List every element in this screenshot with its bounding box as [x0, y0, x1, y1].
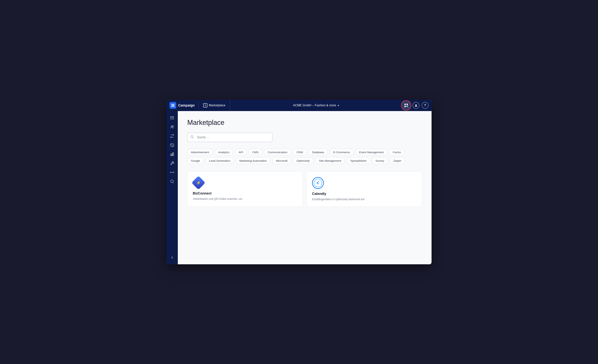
sidebar-item-search[interactable]: [168, 178, 176, 185]
filter-tag-survey[interactable]: Survey: [372, 157, 388, 164]
sidebar-item-contacts[interactable]: [168, 123, 176, 131]
search-icon: [190, 135, 194, 140]
calendly-icon: C: [317, 181, 319, 185]
cards-grid: ⚡ BizConnect Visitenkarten und QR-Codes …: [187, 172, 422, 207]
filter-tag-analytics[interactable]: Analytics: [215, 149, 233, 155]
filter-tag-lead-generation[interactable]: Lead Generation: [206, 157, 234, 164]
navbar-company: ACME GmbH – Fashion & more ▾: [230, 104, 402, 107]
sidebar-item-mail[interactable]: [168, 114, 176, 122]
sidebar: [166, 111, 178, 264]
svg-rect-15: [172, 153, 173, 156]
chevron-down-icon: ▾: [338, 104, 339, 107]
svg-point-18: [172, 172, 173, 173]
search-container: [187, 133, 273, 142]
svg-line-23: [193, 138, 193, 138]
sidebar-expand-button[interactable]: [168, 254, 176, 261]
filter-tag-cms[interactable]: CMS: [249, 149, 262, 155]
question-mark-icon: ?: [424, 104, 426, 107]
svg-line-21: [173, 182, 174, 183]
filter-tag-microsoft[interactable]: Microsoft: [272, 157, 291, 164]
filter-tag-crm[interactable]: CRM: [293, 149, 307, 155]
filter-tag-optimizely[interactable]: Optimizely: [293, 157, 313, 164]
main-layout: Marketplace Advertisement Analytics API …: [166, 111, 432, 264]
navbar-right: ?: [402, 101, 429, 110]
svg-rect-14: [171, 154, 171, 156]
svg-point-22: [191, 136, 193, 138]
svg-rect-1: [407, 104, 408, 105]
search-input[interactable]: [187, 133, 273, 142]
filter-tag-spreadsheet[interactable]: Spreadsheet: [347, 157, 370, 164]
svg-rect-2: [405, 106, 406, 107]
filter-tag-marketing-automation[interactable]: Marketing Automation: [236, 157, 270, 164]
svg-point-10: [171, 126, 172, 127]
svg-rect-4: [407, 106, 408, 107]
content-area: Marketplace Advertisement Analytics API …: [178, 111, 432, 264]
sidebar-item-block[interactable]: [168, 141, 176, 149]
filter-tag-google[interactable]: Google: [187, 157, 204, 164]
brand-icon[interactable]: [169, 102, 176, 109]
filter-tag-ecommerce[interactable]: E-Commerce: [330, 149, 354, 155]
sidebar-item-chart[interactable]: [168, 150, 176, 158]
brand-label: Campaign: [178, 104, 195, 107]
svg-rect-3: [407, 106, 407, 107]
sidebar-item-tools[interactable]: [168, 160, 176, 167]
svg-rect-16: [173, 153, 174, 156]
svg-point-8: [415, 104, 417, 105]
tab-badge: 1: [203, 103, 207, 107]
bizconnect-icon: ⚡: [196, 180, 201, 185]
svg-line-13: [171, 144, 174, 146]
svg-point-19: [173, 172, 174, 173]
navbar-tab[interactable]: 1 Marketplace: [199, 100, 230, 111]
filter-tag-zapier[interactable]: Zapier: [390, 157, 405, 164]
filter-tag-forms[interactable]: Forms: [389, 149, 405, 155]
tab-label: Marketplace: [209, 104, 225, 107]
filter-tag-api[interactable]: API: [235, 149, 247, 155]
apps-button[interactable]: [402, 101, 410, 110]
window-frame: Campaign 1 Marketplace ACME GmbH – Fashi…: [166, 100, 432, 264]
svg-point-17: [170, 172, 171, 173]
navbar: Campaign 1 Marketplace ACME GmbH – Fashi…: [166, 100, 432, 111]
card-bizconnect[interactable]: ⚡ BizConnect Visitenkarten und QR-Codes …: [187, 172, 303, 207]
calendly-description: Empfängerdaten in Optimizely basierend a…: [312, 197, 417, 201]
filter-tags: Advertisement Analytics API CMS Communic…: [187, 149, 422, 164]
filter-tag-database[interactable]: Database: [308, 149, 328, 155]
svg-point-20: [171, 180, 174, 183]
bizconnect-description: Visitenkarten und QR-Codes scannen, um: [193, 197, 297, 201]
card-calendly[interactable]: C Calendly Empfängerdaten in Optimizely …: [307, 172, 422, 207]
user-icon-button[interactable]: [413, 102, 419, 109]
filter-tag-site-management[interactable]: Site Management: [315, 157, 345, 164]
navbar-brand: Campaign: [169, 102, 199, 109]
svg-rect-0: [405, 104, 406, 105]
help-icon-button[interactable]: ?: [422, 102, 429, 109]
filter-tag-advertisement[interactable]: Advertisement: [187, 149, 213, 155]
filter-tag-event-management[interactable]: Event Management: [356, 149, 387, 155]
svg-rect-5: [407, 106, 407, 106]
page-title: Marketplace: [187, 119, 422, 127]
sidebar-item-more[interactable]: [168, 169, 176, 176]
calendly-title: Calendly: [312, 192, 417, 196]
svg-point-11: [173, 126, 174, 127]
bizconnect-title: BizConnect: [193, 192, 297, 195]
sidebar-item-transfers[interactable]: [168, 132, 176, 140]
filter-tag-communication[interactable]: Communication: [264, 149, 291, 155]
